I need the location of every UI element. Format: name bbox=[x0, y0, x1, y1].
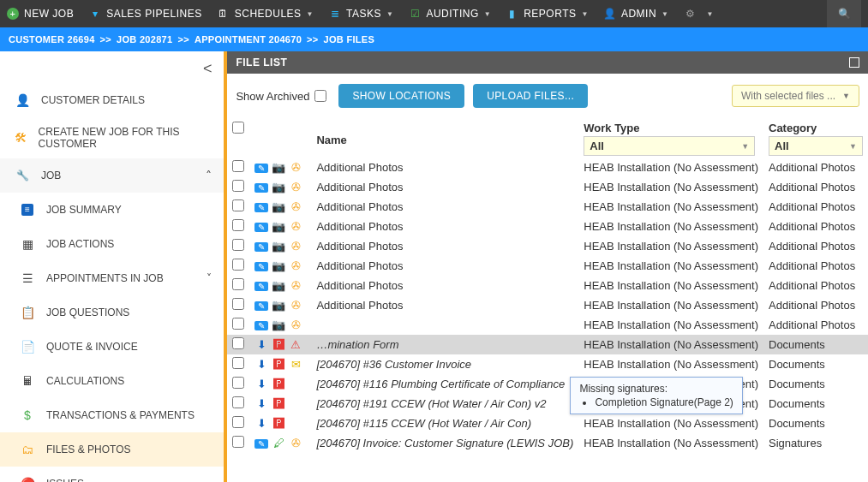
sidebar-calculations[interactable]: 🖩CALCULATIONS bbox=[0, 364, 224, 398]
sidebar-job-summary[interactable]: ≡JOB SUMMARY bbox=[0, 193, 224, 227]
row-icons[interactable]: ⬇🅿 bbox=[249, 414, 311, 433]
crumb-customer[interactable]: CUSTOMER 26694 bbox=[9, 34, 95, 45]
row-name: [204670] #116 Plumbing Certificate of Co… bbox=[311, 374, 578, 394]
row-checkbox[interactable] bbox=[232, 377, 244, 389]
row-icons[interactable]: ✎📷✇ bbox=[249, 315, 311, 335]
sidebar-create-new-job[interactable]: 🛠CREATE NEW JOB FOR THIS CUSTOMER bbox=[0, 117, 224, 158]
row-category: Signatures bbox=[763, 433, 868, 453]
row-icons[interactable]: ⬇🅿⚠ bbox=[249, 335, 311, 354]
row-checkbox[interactable] bbox=[232, 337, 244, 349]
panel-maximize[interactable] bbox=[849, 57, 859, 68]
chevron-down-icon: ˅ bbox=[207, 272, 212, 284]
upload-files-button[interactable]: UPLOAD FILES... bbox=[473, 84, 588, 108]
sidebar-job-section[interactable]: 🔧JOB˄ bbox=[0, 158, 224, 193]
table-row[interactable]: ✎📷✇Additional PhotosHEAB Installation (N… bbox=[227, 197, 868, 217]
row-checkbox[interactable] bbox=[232, 357, 244, 369]
nav-sales-pipelines[interactable]: ▾SALES PIPELINES bbox=[89, 8, 202, 20]
sidebar-quote-invoice[interactable]: 📄QUOTE & INVOICE bbox=[0, 330, 224, 364]
sidebar-issues[interactable]: ⛔ISSUES bbox=[0, 467, 224, 482]
nav-search[interactable]: 🔍 bbox=[827, 0, 861, 27]
row-checkbox[interactable] bbox=[232, 416, 244, 428]
table-row[interactable]: ✎📷✇Additional PhotosHEAB Installation (N… bbox=[227, 158, 868, 177]
row-worktype: HEAB Installation (No Assessment) bbox=[578, 276, 763, 295]
crumb-appointment[interactable]: APPOINTMENT 204670 bbox=[195, 34, 302, 45]
table-row[interactable]: ✎🖊✇[204670] Invoice: Customer Signature … bbox=[227, 433, 868, 453]
row-checkbox[interactable] bbox=[232, 259, 244, 271]
row-worktype: HEAB Installation (No Assessment) bbox=[578, 217, 763, 236]
table-row[interactable]: ✎📷✇Additional PhotosHEAB Installation (N… bbox=[227, 217, 868, 236]
row-icons[interactable]: ✎📷✇ bbox=[249, 276, 311, 295]
row-name: …mination Form bbox=[311, 335, 578, 354]
sidebar-customer-details[interactable]: 👤CUSTOMER DETAILS bbox=[0, 83, 224, 117]
panel-controls: Show Archived SHOW LOCATIONS UPLOAD FILE… bbox=[227, 74, 868, 118]
row-checkbox[interactable] bbox=[232, 396, 244, 408]
table-row[interactable]: ⬇🅿[204670] #116 Plumbing Certificate of … bbox=[227, 374, 868, 394]
col-name: Name bbox=[316, 122, 573, 146]
row-checkbox[interactable] bbox=[232, 160, 244, 172]
row-icons[interactable]: ⬇🅿 bbox=[249, 374, 311, 394]
sidebar-job-actions[interactable]: ▦JOB ACTIONS bbox=[0, 227, 224, 261]
row-name: [204670] Invoice: Customer Signature (LE… bbox=[311, 433, 578, 453]
row-icons[interactable]: ⬇🅿✉ bbox=[249, 354, 311, 374]
row-name: Additional Photos bbox=[311, 276, 578, 295]
row-icons[interactable]: ✎📷✇ bbox=[249, 197, 311, 217]
row-icons[interactable]: ✎📷✇ bbox=[249, 256, 311, 276]
with-selected-dropdown[interactable]: With selected files ...▼ bbox=[732, 85, 859, 107]
nav-reports[interactable]: ▮REPORTS▼ bbox=[506, 8, 589, 20]
table-row[interactable]: ✎📷✇Additional PhotosHEAB Installation (N… bbox=[227, 177, 868, 197]
row-icons[interactable]: ✎📷✇ bbox=[249, 177, 311, 197]
table-row[interactable]: ✎📷✇Additional PhotosHEAB Installation (N… bbox=[227, 256, 868, 276]
row-icons[interactable]: ✎🖊✇ bbox=[249, 433, 311, 453]
top-nav: +NEW JOB ▾SALES PIPELINES 🗓SCHEDULES▼ ≣T… bbox=[0, 0, 868, 27]
table-row[interactable]: ⬇🅿[204670] #115 CCEW (Hot Water / Air Co… bbox=[227, 414, 868, 433]
nav-schedules[interactable]: 🗓SCHEDULES▼ bbox=[218, 8, 314, 20]
show-locations-button[interactable]: SHOW LOCATIONS bbox=[338, 84, 464, 108]
row-name: Additional Photos bbox=[311, 256, 578, 276]
nav-new-job[interactable]: +NEW JOB bbox=[7, 8, 74, 20]
show-archived-checkbox[interactable] bbox=[314, 90, 326, 102]
sidebar-transactions[interactable]: $TRANSACTIONS & PAYMENTS bbox=[0, 398, 224, 432]
table-row[interactable]: ✎📷✇Additional PhotosHEAB Installation (N… bbox=[227, 295, 868, 315]
table-row[interactable]: ⬇🅿[204670] #191 CCEW (Hot Water / Air Co… bbox=[227, 394, 868, 414]
category-filter[interactable]: All▼ bbox=[769, 136, 863, 156]
nav-auditing[interactable]: ☑AUDITING▼ bbox=[409, 8, 491, 20]
table-row[interactable]: ✎📷✇HEAB Installation (No Assessment)Addi… bbox=[227, 315, 868, 335]
row-icons[interactable]: ✎📷✇ bbox=[249, 295, 311, 315]
row-checkbox[interactable] bbox=[232, 318, 244, 330]
crumb-jobfiles[interactable]: JOB FILES bbox=[324, 34, 375, 45]
sidebar-collapse[interactable]: < bbox=[0, 51, 224, 83]
table-row[interactable]: ⬇🅿✉[204670] #36 Customer InvoiceHEAB Ins… bbox=[227, 354, 868, 374]
row-worktype: HEAB Installation (No Assessment) bbox=[578, 433, 763, 453]
show-archived-label: Show Archived bbox=[236, 90, 326, 103]
panel-title: FILE LIST bbox=[236, 57, 287, 68]
row-icons[interactable]: ⬇🅿 bbox=[249, 394, 311, 414]
row-checkbox[interactable] bbox=[232, 239, 244, 251]
table-row[interactable]: ✎📷✇Additional PhotosHEAB Installation (N… bbox=[227, 276, 868, 295]
nav-settings[interactable]: ⚙▼ bbox=[684, 8, 713, 20]
row-checkbox[interactable] bbox=[232, 278, 244, 290]
row-checkbox[interactable] bbox=[232, 180, 244, 192]
search-icon: 🔍 bbox=[838, 8, 851, 20]
row-category: Additional Photos bbox=[763, 256, 868, 276]
select-all-checkbox[interactable] bbox=[232, 122, 244, 134]
sidebar-appointments[interactable]: ☰APPOINTMENTS IN JOB˅ bbox=[0, 261, 224, 295]
row-category: Documents bbox=[763, 335, 868, 354]
sidebar-files-photos[interactable]: 🗂FILES & PHOTOS bbox=[0, 432, 224, 467]
row-category: Additional Photos bbox=[763, 295, 868, 315]
row-icons[interactable]: ✎📷✇ bbox=[249, 158, 311, 177]
row-worktype: HEAB Installation (No Assessment) bbox=[578, 158, 763, 177]
nav-tasks[interactable]: ≣TASKS▼ bbox=[329, 8, 393, 20]
crumb-job[interactable]: JOB 202871 bbox=[117, 34, 172, 45]
row-icons[interactable]: ✎📷✇ bbox=[249, 236, 311, 256]
row-checkbox[interactable] bbox=[232, 219, 244, 231]
row-icons[interactable]: ✎📷✇ bbox=[249, 217, 311, 236]
row-checkbox[interactable] bbox=[232, 199, 244, 211]
row-worktype: HEAB Installation (No Assessment) bbox=[578, 236, 763, 256]
table-row[interactable]: ⬇🅿⚠…mination FormHEAB Installation (No A… bbox=[227, 335, 868, 354]
worktype-filter[interactable]: All▼ bbox=[584, 136, 755, 156]
sidebar-job-questions[interactable]: 📋JOB QUESTIONS bbox=[0, 295, 224, 330]
row-checkbox[interactable] bbox=[232, 298, 244, 310]
nav-admin[interactable]: 👤ADMIN▼ bbox=[604, 8, 669, 20]
table-row[interactable]: ✎📷✇Additional PhotosHEAB Installation (N… bbox=[227, 236, 868, 256]
row-checkbox[interactable] bbox=[232, 436, 244, 448]
